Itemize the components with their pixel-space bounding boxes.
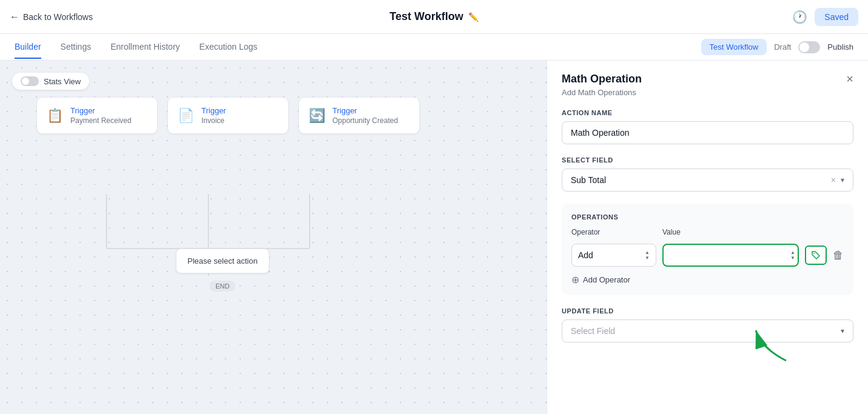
operator-select[interactable]: Add ▲▼ bbox=[571, 244, 656, 267]
edit-icon[interactable]: ✏️ bbox=[468, 12, 479, 22]
tag-button[interactable] bbox=[805, 245, 827, 265]
update-field-select[interactable]: Select Field ▾ bbox=[562, 319, 853, 342]
saved-button[interactable]: Saved bbox=[815, 8, 858, 26]
select-action-label: Please select action bbox=[187, 256, 258, 265]
operator-value: Add bbox=[578, 250, 593, 260]
operator-col-label: Operator bbox=[571, 228, 656, 236]
value-input-wrap: ▲ ▼ bbox=[662, 244, 799, 267]
stats-view-label: Stats View bbox=[44, 77, 81, 86]
select-action-node[interactable]: Please select action END bbox=[176, 249, 269, 292]
trigger-payment-sub: Payment Received bbox=[70, 116, 132, 125]
operations-section: OPERATIONS Operator Value Add bbox=[562, 204, 853, 295]
update-field-label: UPDATE FIELD bbox=[562, 307, 853, 315]
triggers-row: 📋 Trigger Payment Received 📄 Trigger Inv… bbox=[36, 97, 420, 134]
update-field-chevron-icon: ▾ bbox=[841, 327, 844, 335]
panel-title: Math Operation bbox=[562, 73, 642, 85]
select-field-section: SELECT FIELD Sub Total × ▾ bbox=[562, 156, 853, 192]
draft-toggle[interactable] bbox=[798, 41, 820, 53]
close-panel-button[interactable]: × bbox=[846, 73, 853, 85]
panel-subtitle: Add Math Operations bbox=[562, 88, 853, 97]
tab-settings[interactable]: Settings bbox=[61, 36, 92, 59]
trigger-invoice-label: Trigger bbox=[201, 106, 226, 115]
publish-label: Publish bbox=[827, 42, 853, 52]
header-center: Test Workflow ✏️ bbox=[389, 10, 478, 23]
select-field-label: SELECT FIELD bbox=[562, 156, 853, 164]
history-icon[interactable]: 🕐 bbox=[792, 10, 807, 24]
back-to-workflows-link[interactable]: ← Back to Workflows bbox=[10, 12, 93, 22]
trigger-payment-info: Trigger Payment Received bbox=[70, 106, 132, 125]
trigger-opportunity-info: Trigger Opportunity Created bbox=[332, 106, 398, 125]
trigger-payment-label: Trigger bbox=[70, 106, 132, 115]
tab-builder[interactable]: Builder bbox=[15, 36, 41, 59]
right-panel: Math Operation × Add Math Operations ACT… bbox=[547, 61, 868, 414]
stats-toggle-switch[interactable] bbox=[21, 76, 39, 86]
trigger-opportunity-icon: 🔄 bbox=[309, 108, 325, 124]
update-field-section: UPDATE FIELD Select Field ▾ bbox=[562, 307, 853, 342]
back-arrow-icon: ← bbox=[10, 12, 19, 22]
add-operator-button[interactable]: ⊕ Add Operator bbox=[571, 274, 844, 285]
stepper-up-button[interactable]: ▲ bbox=[790, 250, 795, 255]
trigger-card-invoice[interactable]: 📄 Trigger Invoice bbox=[167, 97, 289, 134]
add-operator-label: Add Operator bbox=[583, 275, 630, 284]
delete-operator-button[interactable]: 🗑 bbox=[833, 249, 844, 262]
draft-label: Draft bbox=[774, 42, 791, 52]
tab-execution-logs[interactable]: Execution Logs bbox=[200, 36, 258, 59]
test-workflow-button[interactable]: Test Workflow bbox=[701, 39, 767, 55]
operations-label: OPERATIONS bbox=[571, 213, 844, 221]
select-field-dropdown[interactable]: Sub Total × ▾ bbox=[562, 169, 853, 192]
value-stepper: ▲ ▼ bbox=[790, 250, 795, 261]
trigger-opportunity-label: Trigger bbox=[332, 106, 398, 115]
value-input[interactable] bbox=[662, 244, 799, 267]
main-layout: Stats View 📋 Trigger Payment Received 📄 … bbox=[0, 61, 868, 414]
select-field-value: Sub Total bbox=[571, 175, 606, 185]
add-circle-icon: ⊕ bbox=[571, 274, 579, 285]
trigger-payment-icon: 📋 bbox=[47, 108, 63, 124]
tab-enrollment-history[interactable]: Enrollment History bbox=[110, 36, 180, 59]
workflow-title: Test Workflow bbox=[389, 10, 463, 23]
trigger-invoice-info: Trigger Invoice bbox=[201, 106, 226, 125]
back-label: Back to Workflows bbox=[23, 12, 93, 22]
action-name-input[interactable] bbox=[562, 121, 853, 144]
end-badge: END bbox=[209, 281, 235, 292]
trigger-card-payment[interactable]: 📋 Trigger Payment Received bbox=[36, 97, 158, 134]
trigger-invoice-icon: 📄 bbox=[178, 108, 194, 124]
value-col-label: Value bbox=[662, 228, 793, 236]
operator-stepper-icon: ▲▼ bbox=[645, 250, 650, 261]
select-action-box[interactable]: Please select action bbox=[176, 249, 269, 273]
update-field-placeholder: Select Field bbox=[571, 326, 615, 336]
trigger-card-opportunity[interactable]: 🔄 Trigger Opportunity Created bbox=[298, 97, 420, 134]
chevron-down-icon: ▾ bbox=[841, 176, 844, 184]
panel-header: Math Operation × bbox=[562, 73, 853, 85]
action-name-label: ACTION NAME bbox=[562, 109, 853, 116]
tabs-left: Builder Settings Enrollment History Exec… bbox=[15, 36, 701, 59]
tag-icon bbox=[811, 250, 821, 260]
ops-header-row: Operator Value bbox=[571, 228, 844, 236]
tabs-right: Test Workflow Draft Publish bbox=[701, 39, 853, 55]
stats-view-toggle[interactable]: Stats View bbox=[12, 73, 89, 90]
stepper-down-button[interactable]: ▼ bbox=[790, 256, 795, 261]
header-right: 🕐 Saved bbox=[792, 8, 858, 26]
svg-point-5 bbox=[813, 253, 815, 254]
trigger-invoice-sub: Invoice bbox=[201, 116, 226, 125]
action-name-section: ACTION NAME bbox=[562, 109, 853, 144]
header: ← Back to Workflows Test Workflow ✏️ 🕐 S… bbox=[0, 0, 868, 34]
canvas: Stats View 📋 Trigger Payment Received 📄 … bbox=[0, 61, 547, 414]
tabs-bar: Builder Settings Enrollment History Exec… bbox=[0, 34, 868, 61]
trigger-opportunity-sub: Opportunity Created bbox=[332, 116, 398, 125]
clear-field-icon[interactable]: × bbox=[831, 175, 836, 185]
ops-data-row: Add ▲▼ ▲ ▼ bbox=[571, 244, 844, 267]
